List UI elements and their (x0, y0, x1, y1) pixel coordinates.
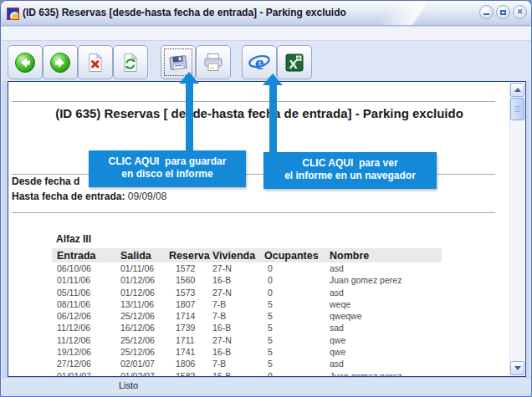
table-cell: 16-B (207, 346, 259, 358)
table-cell: 0 (259, 287, 325, 298)
excel-icon: X (283, 51, 306, 74)
table-cell: asd (325, 287, 442, 298)
back-button[interactable] (8, 45, 43, 79)
svg-text:X: X (289, 57, 297, 71)
desde-label: Desde fecha d (12, 176, 79, 187)
print-button[interactable] (196, 45, 231, 79)
app-window: (ID 635) Reservas [desde-hasta fecha de … (0, 0, 532, 397)
browser-callout-line1: CLIC AQUI para ver (263, 157, 437, 170)
table-cell: 0 (259, 370, 325, 377)
col-entrada: Entrada (52, 248, 115, 262)
status-bar: Listo (2, 377, 532, 394)
scroll-up-icon (514, 88, 521, 92)
table-cell: 11/12/06 (52, 322, 115, 333)
save-callout-arrow-shaft (186, 83, 193, 153)
table-cell: 01/12/06 (115, 274, 164, 286)
table-cell: 0 (259, 262, 325, 274)
table-cell: 25/12/06 (115, 346, 164, 358)
table-cell: 5 (259, 298, 325, 310)
table-row: 08/11/0613/11/0618077-B5weqe (52, 298, 442, 310)
app-icon (7, 8, 19, 20)
table-cell: qwe (325, 346, 442, 358)
table-cell: asd (325, 358, 442, 369)
table-cell: sad (325, 322, 442, 333)
table-cell: 25/12/06 (115, 334, 164, 346)
internet-explorer-icon: e (247, 50, 272, 75)
table-cell: 11/12/06 (52, 334, 115, 346)
table-cell: Juan gomez perez (325, 274, 442, 286)
table-cell: 16-B (207, 274, 259, 286)
close-button[interactable]: ✕ (513, 5, 527, 19)
table-cell: 19/12/06 (52, 346, 115, 358)
table-cell: 01/02/07 (115, 370, 164, 377)
table-cell: 27-N (207, 287, 259, 298)
save-callout-line2: en disco el informe (89, 168, 246, 181)
table-cell: 1560 (164, 274, 207, 286)
hasta-field: Hasta fecha de entrada: 09/09/08 (12, 191, 166, 202)
col-vivienda: Vivienda (207, 248, 259, 262)
minimize-icon (483, 13, 489, 15)
report-content-area: (ID 635) Reservas [ desde-hasta fecha de… (8, 81, 526, 377)
table-cell: 7-B (207, 310, 259, 322)
floppy-save-icon (166, 51, 190, 74)
table-row: 05/11/0601/12/06157327-N0asd (52, 287, 442, 298)
table-cell: 06/12/06 (52, 310, 115, 322)
refresh-button[interactable] (113, 45, 148, 79)
table-cell: 5 (259, 334, 325, 346)
scroll-up-button[interactable] (510, 83, 524, 97)
forward-button[interactable] (43, 45, 78, 79)
table-cell: 27/12/06 (52, 358, 115, 369)
table-cell: 5 (259, 358, 325, 369)
table-cell: 5 (259, 310, 325, 322)
table-cell: 05/11/06 (52, 287, 115, 298)
table-row: 06/12/0625/12/0617147-B5qweqwe (52, 310, 442, 322)
window-controls: ✕ (479, 5, 527, 19)
back-icon (13, 51, 37, 74)
desde-field: Desde fecha d (12, 176, 79, 187)
table-cell: qweqwe (325, 310, 442, 322)
table-cell: 16/12/06 (115, 322, 164, 333)
table-row: 27/12/0602/01/0718067-B5asd (52, 358, 442, 369)
table-header-row: Entrada Salida Reserva Vivienda Ocupante… (52, 248, 442, 262)
title-bar: (ID 635) Reservas [desde-hasta fecha de … (1, 1, 532, 26)
table-cell: weqe (325, 298, 442, 310)
browser-callout-arrow-shaft (269, 84, 277, 155)
table-cell: 1582 (164, 370, 207, 377)
maximize-button[interactable] (496, 5, 510, 19)
divider (12, 101, 495, 102)
save-callout: CLIC AQUI para guardar en disco el infor… (89, 150, 246, 187)
cancel-button[interactable] (78, 45, 113, 79)
titlebar-swoosh-decoration (352, 1, 485, 26)
table-cell: qwe (325, 334, 442, 346)
col-reserva: Reserva (164, 248, 207, 262)
hasta-label: Hasta fecha de entrada: (12, 191, 125, 202)
col-ocupantes: Ocupantes (259, 248, 325, 262)
table-row: 19/12/0625/12/06174116-B5qwe (52, 346, 442, 358)
table-cell: 5 (259, 346, 325, 358)
frame-strip (2, 27, 532, 40)
vertical-scrollbar[interactable] (509, 83, 524, 375)
table-cell: 25/12/06 (115, 310, 164, 322)
scroll-down-button[interactable] (510, 361, 524, 375)
save-callout-line1: CLIC AQUI para guardar (89, 155, 246, 168)
divider (12, 212, 495, 213)
table-row: 11/12/0625/12/06171127-N5qwe (52, 334, 442, 346)
table-cell: 0 (259, 274, 325, 286)
table-cell: 27-N (207, 334, 259, 346)
reservations-table: Entrada Salida Reserva Vivienda Ocupante… (52, 248, 442, 377)
save-callout-arrow-head (179, 72, 199, 84)
forward-icon (49, 51, 72, 74)
table-cell: 27-N (207, 262, 259, 274)
close-icon: ✕ (517, 8, 524, 16)
table-cell: 5 (259, 322, 325, 333)
table-cell: 01/12/06 (115, 287, 164, 298)
minimize-button[interactable] (479, 5, 494, 19)
report-title: (ID 635) Reservas [ desde-hasta fecha de… (42, 105, 477, 121)
table-cell: 02/01/07 (115, 358, 164, 369)
scrollbar-thumb[interactable] (510, 98, 524, 120)
table-cell: 01/01/07 (52, 370, 115, 377)
table-cell: 7-B (207, 298, 259, 310)
table-cell: 01/11/06 (52, 274, 115, 286)
table-cell: Juan gomez perez (325, 370, 442, 377)
table-cell: 1573 (164, 287, 207, 298)
